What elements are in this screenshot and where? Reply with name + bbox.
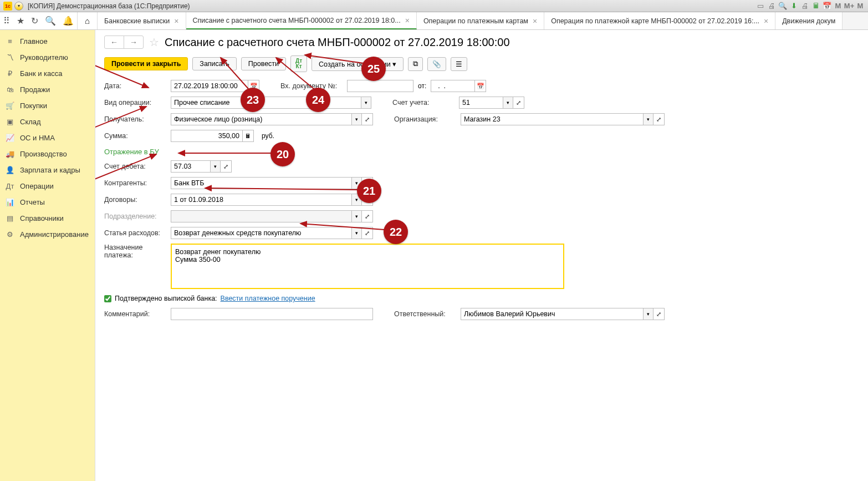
sum-input[interactable]	[171, 130, 243, 142]
expense-open-icon[interactable]: ⤢	[362, 227, 373, 239]
sum-calc-icon[interactable]: 🖩	[243, 130, 254, 142]
from-date-picker-icon[interactable]: 📅	[475, 80, 486, 92]
sidebar-item-label: Зарплата и кадры	[20, 166, 80, 174]
sum-currency: руб.	[262, 132, 274, 140]
resp-dropdown[interactable]: ▾	[644, 308, 653, 320]
related-docs-icon[interactable]: ⧉	[408, 57, 423, 71]
close-icon[interactable]: ×	[405, 16, 410, 25]
expense-dropdown[interactable]: ▾	[352, 227, 362, 239]
star-icon[interactable]: ★	[17, 16, 24, 26]
printer-icon[interactable]: 🖨	[800, 2, 809, 11]
sidebar-item-label: Администрирование	[20, 230, 89, 239]
sidebar-item[interactable]: 👤Зарплата и кадры	[0, 162, 95, 178]
accountcalc-input[interactable]	[459, 97, 503, 109]
optype-dropdown[interactable]: ▾	[361, 97, 371, 109]
accountcalc-dropdown[interactable]: ▾	[503, 97, 513, 109]
contr-input[interactable]	[171, 177, 352, 189]
tab[interactable]: Списание с расчетного счета МНБП-000002 …	[186, 12, 417, 29]
incoming-num-label: Вх. документу №:	[280, 82, 343, 90]
confirmed-checkbox[interactable]	[104, 295, 111, 302]
print-icon[interactable]: 🖨	[767, 2, 776, 11]
app-menu-dropdown[interactable]: ▾	[14, 2, 23, 11]
post-button[interactable]: Провести	[241, 57, 286, 70]
sidebar-item[interactable]: ₽Банк и касса	[0, 65, 95, 82]
favorite-star-icon[interactable]: ☆	[149, 36, 159, 49]
home-button[interactable]: ⌂	[78, 12, 98, 29]
calc-icon[interactable]: 🖩	[811, 2, 820, 11]
org-input[interactable]	[461, 113, 644, 125]
m-last-icon[interactable]: M	[856, 2, 865, 11]
apps-icon[interactable]: ⠿	[3, 16, 10, 26]
preview-icon[interactable]: 🔍	[778, 2, 787, 11]
expense-label: Статья расходов:	[104, 229, 166, 237]
sidebar-item[interactable]: ДтОперации	[0, 178, 95, 194]
annotation-23: 23	[241, 88, 265, 112]
resp-open-icon[interactable]: ⤢	[653, 308, 665, 320]
nav-back[interactable]: ←	[105, 36, 124, 48]
sidebar-item[interactable]: 📊Отчеты	[0, 194, 95, 210]
m-icon[interactable]: M	[834, 2, 843, 11]
dt-kt-button[interactable]: ДтКт	[290, 55, 307, 72]
sidebar-icon: ⚙	[6, 230, 14, 239]
sidebar-icon: ▣	[6, 118, 14, 126]
bell-icon[interactable]: 🔔	[63, 16, 74, 26]
create-based-on-button[interactable]: Создать на основании ▾	[312, 57, 404, 71]
date-input[interactable]	[171, 80, 248, 92]
history-icon[interactable]: ↻	[31, 16, 38, 26]
sum-label: Сумма:	[104, 132, 166, 140]
subdiv-dropdown[interactable]: ▾	[352, 210, 362, 222]
app-logo-icon: 1c	[3, 2, 12, 11]
org-open-icon[interactable]: ⤢	[653, 113, 665, 125]
enter-payment-order-link[interactable]: Ввести платежное поручение	[221, 295, 315, 302]
nav-forward[interactable]: →	[124, 36, 143, 48]
sidebar-item[interactable]: 🚚Производство	[0, 146, 95, 162]
expense-input[interactable]	[171, 227, 352, 239]
org-dropdown[interactable]: ▾	[644, 113, 653, 125]
contract-input[interactable]	[171, 194, 352, 206]
tab[interactable]: Операции по платежным картам×	[417, 12, 544, 29]
sidebar-item[interactable]: 〽Руководителю	[0, 49, 95, 65]
tab[interactable]: Банковские выписки×	[98, 12, 186, 29]
attach-icon[interactable]: 📎	[427, 57, 446, 71]
close-icon[interactable]: ×	[764, 17, 768, 26]
tab[interactable]: Движения докум	[775, 12, 843, 29]
sidebar-item-label: ОС и НМА	[20, 134, 55, 142]
close-icon[interactable]: ×	[533, 17, 537, 26]
purpose-textarea[interactable]	[171, 244, 564, 289]
recipient-dropdown[interactable]: ▾	[352, 113, 362, 125]
incoming-num-input[interactable]	[347, 80, 413, 92]
recipient-open-icon[interactable]: ⤢	[362, 113, 373, 125]
sidebar-item[interactable]: 🛒Покупки	[0, 98, 95, 114]
sidebar-item[interactable]: ▣Склад	[0, 114, 95, 130]
calendar-icon[interactable]: 📅	[823, 2, 831, 11]
sidebar-item[interactable]: 📈ОС и НМА	[0, 130, 95, 146]
titlebar-btn-1[interactable]: ▭	[756, 2, 765, 11]
sidebar-item-label: Производство	[20, 150, 67, 158]
from-date-input[interactable]	[431, 80, 475, 92]
subdiv-open-icon[interactable]: ⤢	[362, 210, 373, 222]
tab[interactable]: Операция по платежной карте МНБП-000002 …	[544, 12, 775, 29]
subdiv-input[interactable]	[171, 210, 352, 222]
optype-input[interactable]	[171, 97, 361, 109]
sidebar-item[interactable]: ≡Главное	[0, 33, 95, 49]
sidebar-item[interactable]: 🛍Продажи	[0, 82, 95, 98]
resp-input[interactable]	[461, 308, 644, 320]
sidebar-item[interactable]: ⚙Администрирование	[0, 226, 95, 242]
search-icon[interactable]: 🔍	[45, 16, 56, 26]
date-label: Дата:	[104, 82, 166, 90]
post-and-close-button[interactable]: Провести и закрыть	[104, 57, 188, 70]
download-icon[interactable]: ⬇	[789, 2, 798, 11]
debit-open-icon[interactable]: ⤢	[221, 160, 232, 173]
recipient-input[interactable]	[171, 113, 352, 125]
close-icon[interactable]: ×	[174, 17, 178, 26]
comment-input[interactable]	[171, 308, 373, 320]
save-button[interactable]: Записать	[192, 57, 236, 70]
m-plus-icon[interactable]: M+	[845, 2, 854, 11]
debit-input[interactable]	[171, 160, 211, 173]
accountcalc-open-icon[interactable]: ⤢	[513, 97, 524, 109]
list-icon[interactable]: ☰	[451, 57, 467, 71]
sidebar-icon: 〽	[6, 53, 14, 62]
recipient-label: Получатель:	[104, 115, 166, 123]
sidebar-item[interactable]: ▤Справочники	[0, 210, 95, 226]
debit-dropdown[interactable]: ▾	[211, 160, 221, 173]
